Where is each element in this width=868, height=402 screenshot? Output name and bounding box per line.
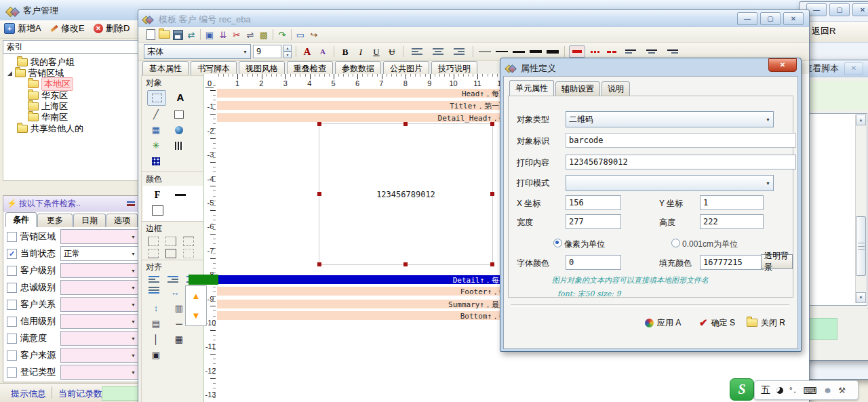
align-right-button[interactable] (454, 48, 465, 55)
tree-item-shared[interactable]: 共享给他人的 (17, 123, 83, 134)
fill-color-input[interactable]: 16777215 (700, 255, 764, 270)
align-objects-right-icon[interactable] (167, 276, 178, 283)
picture-tool-icon[interactable] (170, 123, 188, 137)
same-width-icon[interactable]: ↔ (166, 285, 184, 300)
plugin-tool-icon[interactable]: ✳ (147, 138, 165, 153)
nudge-down-icon[interactable]: ▼ (192, 311, 201, 320)
checkbox-register-type[interactable] (7, 367, 17, 378)
apply-button[interactable]: 应用 A (645, 315, 681, 330)
expand-triangle-icon[interactable] (7, 71, 12, 76)
window-icon[interactable]: ▭ (294, 28, 307, 41)
checkbox-credit-level[interactable] (7, 317, 17, 327)
object-id-input[interactable]: barcode (566, 133, 796, 148)
exit-icon[interactable]: ↪ (307, 28, 321, 41)
delete-button[interactable]: ✕ 删除D (94, 22, 130, 35)
fill-color-button[interactable] (149, 203, 166, 218)
combo-credit-level[interactable]: ▼ (60, 314, 139, 329)
checkbox-customer-level[interactable] (7, 266, 17, 276)
ime-punct-toggle[interactable]: °， (789, 385, 797, 395)
barcode-object[interactable]: 123456789012 (319, 123, 493, 265)
x-coord-input[interactable]: 156 (566, 195, 621, 210)
image-tool-icon[interactable]: ▩ (257, 28, 271, 41)
y-coord-input[interactable]: 1 (700, 195, 764, 210)
line-weight-2-button[interactable] (494, 46, 509, 57)
unit-pixel-radio[interactable] (553, 239, 562, 247)
underline-button[interactable]: U (370, 45, 383, 58)
qrcode-tool-icon[interactable] (147, 154, 165, 168)
checkbox-marketing-region[interactable] (7, 232, 17, 242)
italic-button[interactable]: I (354, 45, 368, 58)
rect-tool-icon[interactable] (170, 107, 188, 121)
ime-user-icon[interactable]: ☻ (823, 385, 833, 395)
red-line-dotted-button[interactable] (587, 46, 602, 57)
distribute-v-icon[interactable]: ▤ (147, 317, 165, 331)
combo-satisfaction[interactable]: ▼ (60, 331, 139, 346)
scroll-thumb[interactable] (856, 216, 866, 276)
tree-item-east-china[interactable]: 华东区 (28, 90, 68, 101)
line-color-button[interactable] (172, 188, 189, 202)
border-all-button[interactable] (165, 249, 176, 258)
font-family-combo[interactable]: 宋体▼ (144, 44, 251, 59)
maximize-button[interactable]: ▢ (829, 3, 850, 16)
ime-mode-toggle[interactable]: 五 (761, 384, 770, 397)
tree-item-local-region[interactable]: 本地区 (28, 79, 73, 89)
scrollbar[interactable]: ▲ ▼ (855, 115, 866, 303)
font-grow-button[interactable]: A (300, 45, 314, 58)
table-tool-icon[interactable]: ▦ (147, 123, 165, 137)
arrange-down-icon[interactable]: ⇊ (216, 28, 230, 41)
tree-item-shanghai[interactable]: 上海区 (28, 101, 68, 112)
editor-maximize-button[interactable]: ▢ (760, 12, 781, 25)
copy-object-icon[interactable]: ▣ (203, 28, 216, 41)
ime-keyboard-icon[interactable]: ⌨ (803, 385, 816, 396)
handle-bottom-right[interactable] (490, 262, 494, 266)
close-dialog-button[interactable]: 关闭 R (747, 315, 785, 330)
font-size-input[interactable]: 9 (253, 45, 281, 58)
border-top-button[interactable] (183, 237, 194, 246)
font-color-input[interactable]: 0 (566, 255, 621, 270)
object-type-combo[interactable]: 二维码▼ (566, 111, 774, 127)
combo-marketing-region[interactable]: ▼ (60, 229, 139, 244)
combo-customer-relation[interactable]: ▼ (60, 297, 139, 312)
border-none-button[interactable] (183, 249, 194, 258)
line-weight-4-button[interactable] (528, 46, 543, 57)
checkbox-current-status[interactable]: ✓ (7, 249, 17, 259)
justify-bottom-button[interactable] (667, 49, 678, 54)
band-marker-green[interactable] (189, 275, 218, 285)
print-content-input[interactable]: 123456789012 (566, 155, 796, 169)
align-objects-bottom-icon[interactable] (149, 287, 159, 298)
justify-top-button[interactable] (625, 49, 636, 54)
combo-register-type[interactable]: ▼ (60, 365, 139, 380)
justify-middle-button[interactable] (646, 49, 657, 54)
refresh-icon[interactable]: ↷ (275, 28, 289, 41)
dialog-tab-aux[interactable]: 辅助设置 (555, 81, 600, 97)
search-tab-options[interactable]: 选项 (106, 214, 138, 227)
handle-mid-left[interactable] (317, 192, 321, 196)
grid-table-icon[interactable]: ▦ (170, 332, 188, 346)
cut-icon[interactable]: ✂ (230, 28, 243, 41)
dialog-titlebar[interactable]: 属性定义 ✕ (500, 58, 801, 76)
bold-button[interactable]: B (338, 45, 352, 58)
combo-customer-source[interactable]: ▼ (60, 348, 139, 363)
width-input[interactable]: 277 (566, 214, 621, 229)
dialog-close-button[interactable]: ✕ (768, 58, 797, 72)
align-center-button[interactable] (433, 48, 443, 55)
same-height-icon[interactable]: ↕ (147, 301, 165, 315)
print-mode-combo[interactable]: ▼ (566, 175, 774, 191)
height-input[interactable]: 222 (700, 214, 764, 229)
dialog-tab-cell-props[interactable]: 单元属性 (509, 80, 554, 97)
scroll-down-button[interactable]: ▼ (856, 292, 866, 303)
line-tool-icon[interactable]: ╱ (147, 107, 165, 121)
tree-item-my-groups[interactable]: 我的客户组 (17, 57, 75, 68)
rollup-icon[interactable] (127, 201, 135, 206)
dialog-tab-notes[interactable]: 说明 (601, 81, 630, 97)
tab-basic-props[interactable]: 基本属性 (142, 61, 189, 76)
search-tab-more[interactable]: 更多 (37, 214, 73, 227)
font-shrink-button[interactable]: A (316, 45, 330, 58)
handle-top-left[interactable] (317, 122, 321, 126)
swap-icon[interactable]: ⇌ (243, 28, 257, 41)
add-button[interactable]: + 新增A (4, 22, 41, 35)
transparent-bg-button[interactable]: 透明背景 (761, 254, 793, 269)
border-right-button[interactable] (165, 237, 176, 246)
handle-bottom-left[interactable] (317, 262, 321, 266)
font-color-button[interactable]: F (149, 188, 166, 202)
